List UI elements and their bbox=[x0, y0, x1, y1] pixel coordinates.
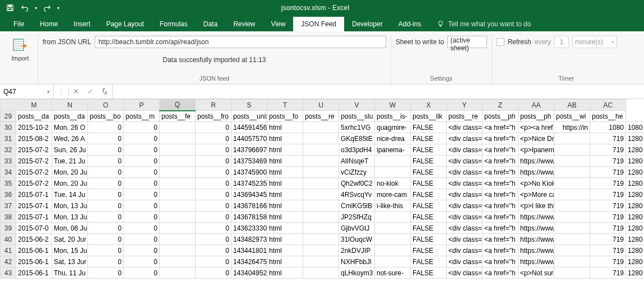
cell[interactable]: <p>Not sure what&r bbox=[518, 267, 554, 279]
tab-file[interactable]: File bbox=[6, 17, 32, 31]
cell[interactable]: 0 bbox=[196, 178, 231, 189]
cell[interactable] bbox=[160, 223, 196, 234]
cell[interactable]: 1280 bbox=[626, 144, 645, 156]
cell[interactable] bbox=[303, 200, 339, 212]
cell[interactable]: https://www.tumblr. bbox=[518, 223, 554, 234]
cell[interactable] bbox=[554, 245, 590, 256]
cell[interactable]: 0 bbox=[124, 245, 160, 256]
cell[interactable]: 1280 bbox=[626, 212, 645, 223]
cell[interactable]: i-like-this bbox=[375, 200, 411, 212]
cell[interactable] bbox=[303, 245, 339, 256]
cell[interactable] bbox=[554, 156, 590, 167]
cell[interactable]: 1437452353 bbox=[231, 178, 267, 189]
cell[interactable]: 0 bbox=[196, 167, 231, 178]
cell[interactable]: 719 bbox=[590, 156, 626, 167]
col-header-M[interactable]: M bbox=[16, 100, 52, 111]
cell[interactable] bbox=[160, 189, 196, 200]
cell[interactable]: 0 bbox=[196, 189, 231, 200]
cell[interactable]: 719 bbox=[590, 200, 626, 212]
cell[interactable]: 1080 bbox=[590, 122, 626, 133]
cell[interactable]: 1280 bbox=[626, 267, 645, 279]
row-header[interactable]: 42 bbox=[1, 256, 16, 267]
cell[interactable]: Tue, 14 Ju bbox=[52, 189, 88, 200]
cell[interactable]: 1280 bbox=[626, 245, 645, 256]
cell[interactable] bbox=[303, 189, 339, 200]
cell[interactable]: <div class= bbox=[447, 223, 483, 234]
cell[interactable]: 0 bbox=[196, 200, 231, 212]
cell[interactable]: <div class= bbox=[447, 256, 483, 267]
cell[interactable]: 1280 bbox=[626, 178, 645, 189]
cell[interactable] bbox=[303, 167, 339, 178]
fx-icon[interactable]: fx bbox=[98, 87, 112, 96]
cell[interactable]: 1445914565 bbox=[231, 122, 267, 133]
cell[interactable]: 719 bbox=[590, 267, 626, 279]
cell[interactable] bbox=[375, 256, 411, 267]
cell[interactable]: 0 bbox=[88, 245, 124, 256]
cell[interactable]: FALSE bbox=[411, 267, 447, 279]
cell[interactable] bbox=[554, 133, 590, 144]
cell[interactable]: 2015-07-2 bbox=[16, 178, 52, 189]
cell[interactable]: 0 bbox=[88, 122, 124, 133]
header-cell[interactable]: posts__is- bbox=[375, 111, 411, 122]
cell[interactable]: <a href="h bbox=[483, 156, 518, 167]
cell[interactable]: Sun, 26 Ju bbox=[52, 144, 88, 156]
cell[interactable]: 0 bbox=[88, 267, 124, 279]
cell[interactable]: 0 bbox=[88, 133, 124, 144]
cell[interactable]: 0 bbox=[196, 234, 231, 245]
cell[interactable]: html bbox=[267, 212, 303, 223]
cell[interactable]: FALSE bbox=[411, 167, 447, 178]
unit-select[interactable]: minute(s) bbox=[572, 36, 617, 48]
cell[interactable]: Mon, 20 Ju bbox=[52, 178, 88, 189]
cell[interactable] bbox=[160, 178, 196, 189]
cell[interactable]: 1440575700 bbox=[231, 133, 267, 144]
cell[interactable]: FALSE bbox=[411, 200, 447, 212]
cell[interactable]: 2015-06-1 bbox=[16, 245, 52, 256]
cell[interactable]: 2015-07-0 bbox=[16, 223, 52, 234]
cell[interactable]: html bbox=[267, 122, 303, 133]
cell[interactable]: Mon, 06 Ju bbox=[52, 223, 88, 234]
cell[interactable]: 719 bbox=[590, 212, 626, 223]
save-icon[interactable] bbox=[3, 2, 17, 14]
cell[interactable]: nice-drea bbox=[375, 133, 411, 144]
cell[interactable]: 0 bbox=[124, 200, 160, 212]
cell[interactable] bbox=[160, 200, 196, 212]
col-header-W[interactable]: W bbox=[375, 100, 411, 111]
cell[interactable]: 0 bbox=[88, 256, 124, 267]
formula-input[interactable] bbox=[113, 84, 644, 98]
cell[interactable] bbox=[554, 178, 590, 189]
cell[interactable]: 1280 bbox=[626, 133, 645, 144]
header-cell[interactable]: posts__fro bbox=[196, 111, 231, 122]
cell[interactable]: qLHkoym3 bbox=[339, 267, 375, 279]
cell[interactable]: Mon, 15 Ju bbox=[52, 245, 88, 256]
cell[interactable] bbox=[303, 133, 339, 144]
cell[interactable]: https://in bbox=[554, 122, 590, 133]
json-url-input[interactable] bbox=[95, 36, 386, 48]
cell[interactable]: 1280 bbox=[626, 256, 645, 267]
worksheet[interactable]: MNOPQRSTUVWXYZAAABAC29posts__daposts__da… bbox=[0, 99, 644, 279]
row-header[interactable]: 33 bbox=[1, 156, 16, 167]
cell[interactable]: html bbox=[267, 133, 303, 144]
tab-developer[interactable]: Developer bbox=[344, 17, 391, 31]
cell[interactable]: FALSE bbox=[411, 133, 447, 144]
cell[interactable]: 0 bbox=[196, 267, 231, 279]
cell[interactable]: <a href="h bbox=[483, 144, 518, 156]
cell[interactable]: https://www.tumblr. bbox=[518, 234, 554, 245]
cell[interactable]: 2015-07-1 bbox=[16, 212, 52, 223]
tab-data[interactable]: Data bbox=[196, 17, 225, 31]
cell[interactable]: Mon, 20 Ju bbox=[52, 167, 88, 178]
cell[interactable]: <p>Nice Dream</p> bbox=[518, 133, 554, 144]
cell[interactable]: 0 bbox=[124, 256, 160, 267]
cell[interactable] bbox=[303, 212, 339, 223]
row-header[interactable]: 34 bbox=[1, 167, 16, 178]
cell[interactable]: 0 bbox=[196, 156, 231, 167]
cell[interactable]: <p><a href bbox=[518, 122, 554, 133]
cell[interactable]: 2015-08-2 bbox=[16, 133, 52, 144]
cell[interactable] bbox=[303, 256, 339, 267]
cell[interactable]: https://www.tumblr. bbox=[518, 256, 554, 267]
cell[interactable]: quagmire- bbox=[375, 122, 411, 133]
cell[interactable] bbox=[160, 144, 196, 156]
cell[interactable] bbox=[303, 156, 339, 167]
cell[interactable]: 4RSvcqYv bbox=[339, 189, 375, 200]
cell[interactable]: <a href="h bbox=[483, 189, 518, 200]
cell[interactable]: <div class= bbox=[447, 189, 483, 200]
